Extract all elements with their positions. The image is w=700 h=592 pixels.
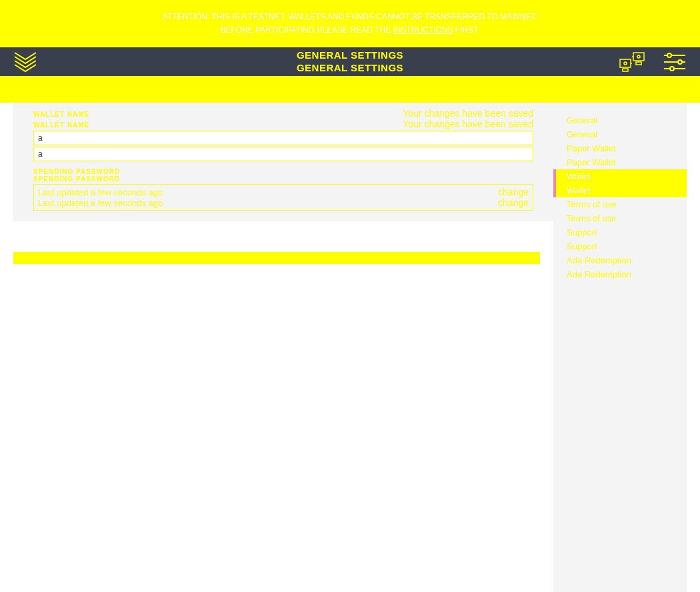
sidebar-item[interactable]: General — [553, 113, 687, 127]
sidebar-item[interactable]: Wallet — [553, 183, 687, 197]
password-updated-text: Last updated a few seconds ago — [38, 198, 163, 208]
sidebar-item[interactable]: Paper Wallet — [553, 141, 687, 155]
instructions-link[interactable]: INSTRUCTIONS — [393, 25, 453, 35]
spending-password-label: SPENDING PASSWORD — [33, 168, 533, 175]
change-password-link[interactable]: change — [498, 197, 529, 208]
svg-point-2 — [624, 62, 627, 65]
wallet-name-label: WALLET NAME — [33, 121, 89, 129]
svg-rect-0 — [620, 59, 631, 67]
wallet-name-input[interactable] — [33, 131, 533, 145]
sidebar-item[interactable]: General — [553, 127, 687, 141]
svg-point-9 — [678, 60, 682, 64]
yellow-strip — [13, 252, 540, 264]
redeem-icon[interactable] — [619, 51, 647, 73]
svg-rect-1 — [633, 53, 644, 61]
svg-point-11 — [670, 67, 674, 71]
testnet-banner: ATTENTION: THIS IS A TESTNET. WALLETS AN… — [0, 0, 700, 47]
sidebar-item[interactable]: Terms of use — [553, 211, 687, 225]
saved-message: Your changes have been saved — [403, 108, 533, 119]
sidebar-item[interactable]: Paper Wallet — [553, 155, 687, 169]
topbar: GENERAL SETTINGS GENERAL SETTINGS — [0, 47, 700, 76]
spending-password-box: Last updated a few seconds ago change La… — [33, 184, 533, 211]
wallet-name-label: WALLET NAME — [33, 111, 89, 118]
banner-line2: BEFORE PARTICIPATING PLEASE READ THE INS… — [221, 24, 480, 37]
settings-sidebar: GeneralGeneralPaper WalletPaper WalletWa… — [553, 103, 687, 592]
banner-line1: ATTENTION: THIS IS A TESTNET. WALLETS AN… — [163, 11, 537, 23]
change-password-link[interactable]: change — [498, 187, 529, 197]
wallet-name-input[interactable] — [33, 147, 533, 161]
sidebar-item[interactable]: Support — [553, 225, 687, 239]
sidebar-item[interactable]: Ada Redemption — [553, 267, 687, 281]
sidebar-item[interactable]: Wallet — [553, 169, 687, 183]
svg-point-7 — [667, 53, 671, 57]
svg-point-3 — [637, 55, 640, 58]
page-title: GENERAL SETTINGS GENERAL SETTINGS — [0, 49, 700, 75]
sidebar-item[interactable]: Support — [553, 239, 687, 253]
main-content: WALLET NAME Your changes have been saved… — [0, 103, 553, 592]
password-updated-text: Last updated a few seconds ago — [38, 187, 163, 197]
svg-rect-4 — [623, 69, 628, 71]
app-logo-icon[interactable] — [13, 51, 37, 73]
spending-password-label: SPENDING PASSWORD — [33, 175, 533, 183]
saved-message: Your changes have been saved — [403, 119, 533, 129]
svg-rect-5 — [636, 62, 641, 65]
settings-icon[interactable] — [663, 51, 687, 73]
sidebar-item[interactable]: Terms of use — [553, 197, 687, 211]
sidebar-item[interactable]: Ada Redemption — [553, 253, 687, 267]
settings-panel: WALLET NAME Your changes have been saved… — [13, 103, 553, 221]
yellow-bar — [0, 76, 700, 103]
